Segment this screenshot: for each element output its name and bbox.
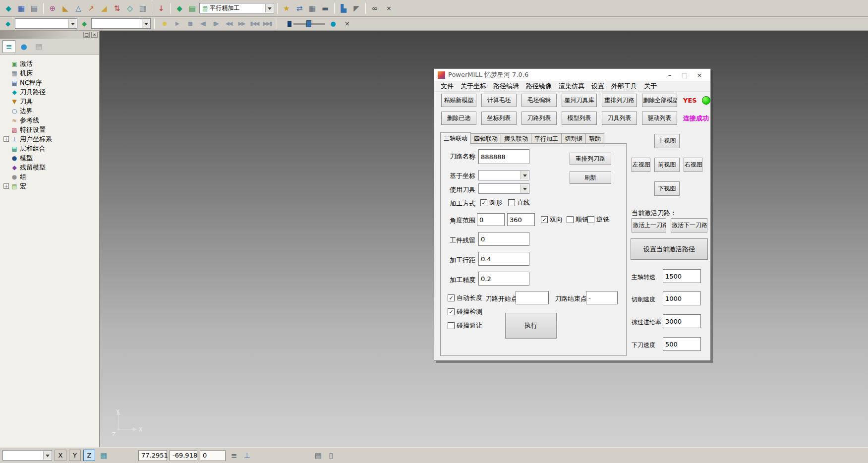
rewind-icon[interactable]: ◀◀: [223, 18, 234, 29]
menu-item-about[interactable]: 关于: [640, 82, 660, 91]
calculator-icon[interactable]: ▦: [306, 2, 318, 14]
activate-prev-button[interactable]: 激活上一刀路: [632, 218, 666, 232]
tree-item[interactable]: ▼ 刀具: [3, 97, 98, 106]
keypad-icon[interactable]: ▬: [319, 2, 331, 14]
play-icon[interactable]: ▶: [171, 18, 183, 29]
toolpath-settings-icon[interactable]: ⇄: [293, 2, 305, 14]
tab-4axis[interactable]: 四轴联动: [470, 133, 501, 143]
model-list-button[interactable]: 模型列表: [562, 112, 597, 125]
toolpath-name-input[interactable]: [478, 149, 529, 164]
undo-arrows-icon[interactable]: ⇅: [111, 2, 123, 14]
go-end-icon[interactable]: ▶▶▮: [261, 18, 273, 29]
grid-icon[interactable]: ▦: [98, 450, 110, 462]
tab-help[interactable]: 帮助: [585, 133, 604, 143]
rearrange-button[interactable]: 重排列刀路: [570, 153, 611, 165]
tree-expander[interactable]: [3, 99, 9, 104]
draft-tab[interactable]: ▤: [32, 40, 45, 53]
simulation-combo[interactable]: [91, 18, 151, 29]
tab-saw[interactable]: 切割锯: [561, 133, 586, 143]
view-combo[interactable]: [2, 450, 52, 461]
step-forward-icon[interactable]: ▮▶: [210, 18, 222, 29]
combo-arrow-icon[interactable]: [43, 451, 51, 460]
list-icon[interactable]: ≡: [228, 450, 240, 462]
axis-z-button[interactable]: Z: [83, 450, 95, 461]
tree-expander[interactable]: [3, 89, 9, 95]
panel-close-button[interactable]: ×: [91, 32, 98, 38]
checkbox-box[interactable]: [567, 216, 574, 223]
step-back-icon[interactable]: ◀▮: [197, 18, 209, 29]
fast-forward-icon[interactable]: ▶▶: [235, 18, 247, 29]
tree-item[interactable]: ◆ 刀具路径: [3, 87, 98, 97]
rapid-feed-input[interactable]: [663, 314, 701, 328]
tree-item[interactable]: ▦ 机床: [3, 68, 98, 78]
auto-length-checkbox[interactable]: 自动长度: [448, 293, 482, 302]
clipboard-icon[interactable]: ▤: [312, 450, 324, 462]
compass-icon[interactable]: ⊕: [47, 2, 58, 14]
toolbar-close-icon[interactable]: ×: [342, 20, 352, 27]
tree-item[interactable]: ▤ NC程序: [3, 78, 98, 87]
print-icon[interactable]: ▤: [28, 2, 40, 14]
execute-button[interactable]: 执行: [505, 313, 557, 339]
ruler-icon[interactable]: ◣: [59, 2, 71, 14]
start-point-input[interactable]: [516, 291, 549, 304]
refresh-button[interactable]: 刷新: [570, 172, 611, 184]
stock-edit-button[interactable]: 毛坯编辑: [521, 94, 557, 107]
menu-item-file[interactable]: 文件: [437, 82, 457, 91]
simulation-speed-slider[interactable]: [288, 19, 326, 29]
tree-expander[interactable]: [3, 165, 9, 170]
tree-expander[interactable]: [3, 80, 9, 85]
tree-expander[interactable]: +: [3, 183, 9, 189]
binoculars-icon[interactable]: ∞: [369, 2, 381, 14]
bidirectional-checkbox[interactable]: 双向: [541, 215, 563, 224]
panel-float-button[interactable]: □: [83, 32, 90, 38]
pause-icon[interactable]: ▮▮: [184, 18, 196, 29]
plunge-feed-input[interactable]: [663, 337, 701, 351]
tree-expander[interactable]: [3, 127, 9, 132]
coord-combo[interactable]: [478, 170, 529, 180]
save-icon[interactable]: ▦: [15, 2, 27, 14]
tree-expander[interactable]: [3, 146, 9, 151]
go-start-icon[interactable]: ▮◀◀: [248, 18, 260, 29]
ucs-icon[interactable]: ⊥: [241, 450, 253, 462]
checkbox-box[interactable]: [480, 199, 487, 206]
spindle-speed-input[interactable]: [663, 269, 701, 283]
menu-item-path-edit[interactable]: 路径编辑: [490, 82, 522, 91]
toolbar-close-icon[interactable]: ×: [384, 4, 394, 12]
menu-item-settings[interactable]: 设置: [588, 82, 608, 91]
import-icon[interactable]: ↓: [155, 2, 167, 14]
minimize-button[interactable]: –: [666, 71, 673, 79]
set-active-path-button[interactable]: 设置当前激活路径: [631, 238, 708, 260]
tree-item[interactable]: ▣ 激活: [3, 59, 98, 68]
slider-handle[interactable]: [306, 20, 311, 27]
dialog-titlebar[interactable]: PowerMILL 忆梦星河 7.0.6 – □ ×: [434, 69, 710, 81]
menu-item-path-mirror[interactable]: 路径镜像: [522, 82, 555, 91]
combo-arrow-icon[interactable]: [265, 4, 273, 12]
tree-item[interactable]: ● 组: [3, 172, 98, 181]
diamond-arrows-icon[interactable]: ◇: [124, 2, 136, 14]
checkbox-box[interactable]: [448, 294, 455, 301]
pencil-icon[interactable]: ◢: [98, 2, 110, 14]
tree-expander[interactable]: [3, 70, 9, 76]
menu-item-external-tools[interactable]: 外部工具: [608, 82, 640, 91]
speed-clock-icon[interactable]: ●: [328, 18, 339, 29]
combo-arrow-icon[interactable]: [521, 171, 528, 179]
axis-x-button[interactable]: X: [55, 450, 66, 461]
protractor-icon[interactable]: △: [72, 2, 84, 14]
climb-checkbox[interactable]: 顺铣: [567, 215, 588, 224]
tree-item[interactable]: + ⊥ 用户坐标系: [3, 134, 98, 144]
checkbox-box[interactable]: [541, 216, 548, 223]
conventional-checkbox[interactable]: 逆铣: [587, 215, 609, 224]
menu-item-render-sim[interactable]: 渲染仿真: [555, 82, 588, 91]
tree-item[interactable]: ◆ 残留模型: [3, 163, 98, 172]
tree-expander[interactable]: +: [3, 136, 9, 142]
tree-item[interactable]: ○ 边界: [3, 106, 98, 116]
strategy-combo[interactable]: ▤ 平行精加工: [199, 3, 274, 13]
combo-arrow-icon[interactable]: [521, 184, 528, 193]
tree-expander[interactable]: [3, 155, 9, 161]
explorer-tab[interactable]: ≡: [2, 40, 15, 53]
tree-item[interactable]: ▨ 特征设置: [3, 125, 98, 134]
tool-library-button[interactable]: 星河刀具库: [562, 94, 597, 107]
combo-arrow-icon[interactable]: [142, 19, 150, 28]
stats-icon[interactable]: ▙: [338, 2, 349, 14]
toolpath-list-button[interactable]: 刀路列表: [521, 112, 557, 125]
